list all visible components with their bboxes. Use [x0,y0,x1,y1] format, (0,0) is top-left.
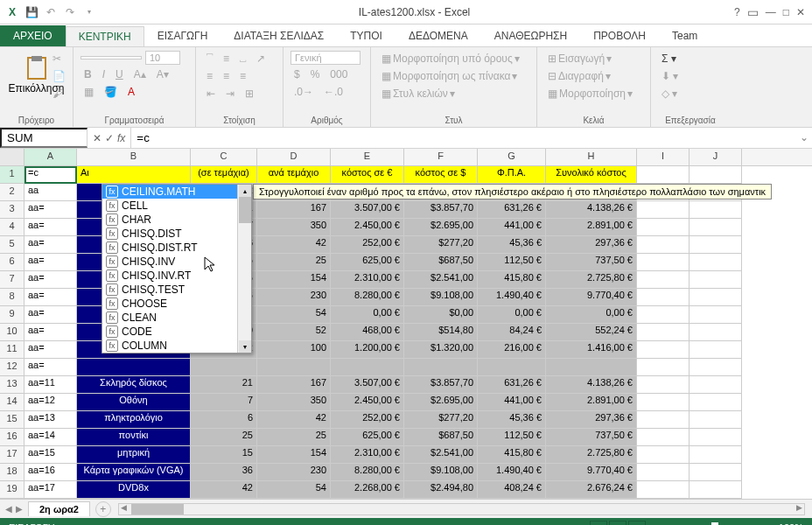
cell-H8[interactable]: 9.770,40 € [546,289,637,306]
font-size-dropdown[interactable]: 10 [145,51,180,65]
cells-area[interactable]: =cΑι(σε τεμάχια)ανά τεμάχιοκόστος σε €κό… [24,166,812,499]
increase-font-button[interactable]: A▴ [130,66,150,82]
align-bottom-button[interactable]: ⎵ [236,51,249,66]
col-header-F[interactable]: F [404,149,478,165]
cell-F5[interactable]: $277,20 [404,236,478,254]
cell-I17[interactable] [637,446,690,464]
row-header-10[interactable]: 10 [0,324,24,341]
cell-A19[interactable]: aa=17 [24,481,77,499]
row-header-2[interactable]: 2 [0,184,24,201]
cell-J5[interactable] [690,236,742,254]
cell-styles-button[interactable]: ▦ Στυλ κελιών ▾ [378,86,458,102]
page-break-view-button[interactable]: ▥ [628,521,646,525]
cell-A1[interactable]: =c [24,166,77,184]
clear-button[interactable]: ◇ ▾ [658,86,681,102]
cell-G19[interactable]: 408,24 € [478,481,546,499]
cell-E17[interactable]: 2.310,00 € [331,446,404,464]
col-header-I[interactable]: I [637,149,690,165]
cell-J6[interactable] [690,254,742,271]
cell-H4[interactable]: 2.891,00 € [546,219,637,236]
cell-F3[interactable]: $3.857,70 [404,201,478,219]
insert-cells-button[interactable]: ⊞ Εισαγωγή ▾ [544,51,615,66]
sheet-nav-prev-icon[interactable]: ◀ [5,504,12,514]
help-icon[interactable]: ? [734,6,740,18]
fill-button[interactable]: ⬇ ▾ [658,68,682,84]
cell-H5[interactable]: 297,36 € [546,236,637,254]
cell-F7[interactable]: $2.541,00 [404,271,478,289]
cell-A15[interactable]: aa=13 [24,411,77,429]
cell-D4[interactable]: 350 [257,219,331,236]
cell-F19[interactable]: $2.494,80 [404,481,478,499]
cell-B18[interactable]: Κάρτα γραφικών (VGA) [77,464,191,481]
font-color-button[interactable]: A [124,84,138,100]
cell-D14[interactable]: 350 [257,394,331,411]
cell-D17[interactable]: 154 [257,446,331,464]
cell-J8[interactable] [690,289,742,306]
name-box[interactable] [0,128,88,148]
cell-I3[interactable] [637,201,690,219]
align-middle-button[interactable]: ≡ [220,51,233,66]
cell-G8[interactable]: 1.490,40 € [478,289,546,306]
cell-I10[interactable] [637,324,690,341]
cell-E7[interactable]: 2.310,00 € [331,271,404,289]
row-header-5[interactable]: 5 [0,236,24,254]
cell-D5[interactable]: 42 [257,236,331,254]
ribbon-options-icon[interactable]: ▭ [747,5,759,19]
autocomplete-item-ceiling-math[interactable]: fxCEILING.MATH [102,185,251,199]
close-icon[interactable]: ✕ [796,6,805,18]
copy-button[interactable]: 📄 [49,68,69,84]
increase-decimal-button[interactable]: .0→ [290,84,317,100]
cell-I18[interactable] [637,464,690,481]
cell-D11[interactable]: 100 [257,341,331,359]
cell-F11[interactable]: $1.320,00 [404,341,478,359]
col-header-A[interactable]: A [24,149,77,165]
normal-view-button[interactable]: ▦ [590,521,607,525]
cell-J9[interactable] [690,306,742,324]
fill-color-button[interactable]: 🪣 [101,84,121,100]
cell-J15[interactable] [690,411,742,429]
cell-D6[interactable]: 25 [257,254,331,271]
cell-J19[interactable] [690,481,742,499]
autocomplete-item-chisq-inv[interactable]: fxCHISQ.INV [102,255,251,269]
row-header-16[interactable]: 16 [0,429,24,446]
cell-F10[interactable]: $514,80 [404,324,478,341]
cell-J4[interactable] [690,219,742,236]
cell-F8[interactable]: $9.108,00 [404,289,478,306]
cell-G7[interactable]: 415,80 € [478,271,546,289]
cell-J1[interactable] [690,166,742,184]
cell-B14[interactable]: Οθόνη [77,394,191,411]
tab-insert[interactable]: ΕΙΣΑΓΩΓΗ [144,25,221,46]
save-icon[interactable]: 💾 [24,5,38,19]
autocomplete-item-chisq-dist[interactable]: fxCHISQ.DIST [102,227,251,241]
row-header-1[interactable]: 1 [0,166,24,184]
cell-G9[interactable]: 0,00 € [478,306,546,324]
autocomplete-item-chisq-test[interactable]: fxCHISQ.TEST [102,283,251,297]
cell-F16[interactable]: $687,50 [404,429,478,446]
scroll-thumb[interactable] [239,197,251,223]
cell-J14[interactable] [690,394,742,411]
cell-A11[interactable]: aa= [24,341,77,359]
row-header-8[interactable]: 8 [0,289,24,306]
cell-G14[interactable]: 441,00 € [478,394,546,411]
row-header-11[interactable]: 11 [0,341,24,359]
align-top-button[interactable]: ⎴ [203,51,216,66]
cell-I6[interactable] [637,254,690,271]
cell-G17[interactable]: 415,80 € [478,446,546,464]
tab-file[interactable]: ΑΡΧΕΙΟ [0,25,66,46]
format-as-table-button[interactable]: ▦ Μορφοποίηση ως πίνακα ▾ [378,68,521,84]
cell-D7[interactable]: 154 [257,271,331,289]
cell-A6[interactable]: aa= [24,254,77,271]
col-header-H[interactable]: H [546,149,637,165]
cell-B17[interactable]: μητρική [77,446,191,464]
cell-G10[interactable]: 84,24 € [478,324,546,341]
cell-A5[interactable]: aa= [24,236,77,254]
autocomplete-item-char[interactable]: fxCHAR [102,213,251,227]
format-cells-button[interactable]: ▦ Μορφοποίηση ▾ [544,86,636,102]
italic-button[interactable]: I [99,66,108,82]
decrease-decimal-button[interactable]: ←.0 [320,84,346,100]
cell-E12[interactable] [331,359,404,376]
cell-A14[interactable]: aa=12 [24,394,77,411]
cell-H3[interactable]: 4.138,26 € [546,201,637,219]
decrease-font-button[interactable]: A▾ [153,66,172,82]
col-header-G[interactable]: G [478,149,546,165]
